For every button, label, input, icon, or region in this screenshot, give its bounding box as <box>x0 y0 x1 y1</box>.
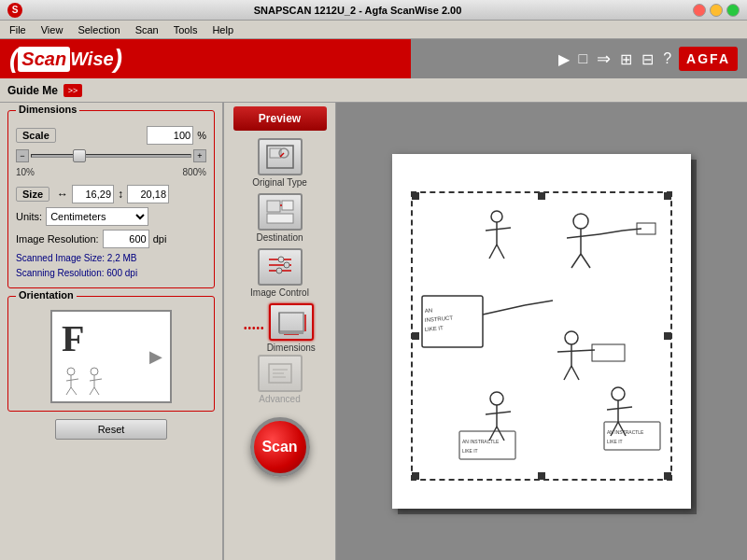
close-button[interactable] <box>693 4 706 17</box>
svg-line-53 <box>489 245 497 259</box>
scanned-size-info: Scanned Image Size: 2,2 MB <box>16 252 206 265</box>
scan-button[interactable]: Scan <box>250 417 310 477</box>
svg-line-57 <box>486 412 511 414</box>
minimize-button[interactable] <box>710 4 723 17</box>
dpi-label: dpi <box>153 233 167 245</box>
scale-row: Scale % <box>16 126 206 145</box>
destination-label: Destination <box>256 232 303 243</box>
svg-line-42 <box>623 229 641 231</box>
orientation-sketch <box>62 364 113 397</box>
svg-rect-27 <box>279 313 303 331</box>
left-panel: Dimensions Scale % − <box>0 103 224 560</box>
destination-icon-box <box>258 193 303 231</box>
height-arrow-icon: ↕ <box>118 188 123 201</box>
svg-line-39 <box>571 254 581 268</box>
logo-wise: Wise <box>70 49 114 70</box>
main-content: Dimensions Scale % − <box>0 103 747 560</box>
nav-advanced[interactable]: Advanced <box>228 355 331 404</box>
reset-button[interactable]: Reset <box>55 419 167 440</box>
scan-region[interactable]: AN INSTRUCT LIKE IT <box>411 191 672 481</box>
menu-view[interactable]: View <box>35 22 69 37</box>
svg-point-23 <box>276 268 282 273</box>
width-input[interactable] <box>72 185 114 203</box>
svg-line-38 <box>567 234 599 238</box>
menu-file[interactable]: File <box>4 22 32 37</box>
units-row: Units: Centimeters Inches Pixels <box>16 207 206 226</box>
orientation-letter: F <box>62 316 149 360</box>
svg-line-74 <box>564 366 571 380</box>
rect-icon[interactable]: □ <box>577 49 590 69</box>
logo-close-bracket: ) <box>114 44 122 74</box>
nav-original-type[interactable]: Original Type <box>228 138 331 188</box>
svg-line-8 <box>90 387 94 395</box>
svg-rect-14 <box>267 201 280 212</box>
scale-max: 800% <box>182 167 206 177</box>
guide-bar: Guide Me >> <box>0 78 747 103</box>
dimensions-group: Dimensions Scale % − <box>7 110 215 288</box>
nav-destination[interactable]: Destination <box>228 193 331 243</box>
help-icon[interactable]: ? <box>661 49 673 69</box>
svg-point-55 <box>490 392 503 405</box>
orientation-right-arrow-icon: ▶ <box>149 346 166 367</box>
middle-panel: Preview Original Type <box>224 103 336 560</box>
svg-text:AN INSTRACTLE: AN INSTRACTLE <box>462 439 500 444</box>
scale-min: 10% <box>16 167 35 177</box>
svg-text:LIKE IT: LIKE IT <box>607 439 623 444</box>
svg-point-71 <box>565 331 578 344</box>
scale-input[interactable] <box>147 126 193 145</box>
maximize-button[interactable] <box>726 4 740 17</box>
units-label: Units: <box>16 211 42 222</box>
resolution-input[interactable] <box>103 230 149 248</box>
dimensions-label: Dimensions <box>16 104 79 115</box>
svg-rect-65 <box>604 422 660 450</box>
zoom-out-icon[interactable]: ⊟ <box>640 49 655 70</box>
svg-line-7 <box>90 379 102 381</box>
preview-drawing: AN INSTRUCT LIKE IT <box>413 193 670 479</box>
svg-rect-17 <box>267 214 293 223</box>
svg-point-36 <box>573 214 588 229</box>
percent-label: % <box>197 130 206 141</box>
pointer-icon[interactable]: ▶ <box>557 49 571 70</box>
height-input[interactable] <box>127 185 169 203</box>
svg-line-54 <box>497 245 504 259</box>
slider-track <box>31 154 191 158</box>
width-arrow-icon: ↔ <box>57 188 68 201</box>
nav-image-control[interactable]: Image Control <box>228 248 331 298</box>
svg-text:AN INSTRACTLE: AN INSTRACTLE <box>607 429 644 435</box>
svg-point-21 <box>278 257 284 262</box>
svg-line-3 <box>66 387 71 395</box>
logo-bar: ( Scan Wise ) ▶ □ ⇒ ⊞ ⊟ ? AGFA <box>0 39 747 78</box>
toolbar: ▶ □ ⇒ ⊞ ⊟ ? AGFA <box>557 47 738 71</box>
arrow-icon[interactable]: ⇒ <box>595 47 613 71</box>
guide-arrow[interactable]: >> <box>63 84 82 97</box>
svg-line-49 <box>525 301 553 305</box>
zoom-in-icon[interactable]: ⊞ <box>618 49 634 70</box>
preview-area: AN INSTRUCT LIKE IT <box>392 154 691 509</box>
units-select[interactable]: Centimeters Inches Pixels <box>46 207 148 226</box>
preview-button[interactable]: Preview <box>233 106 327 131</box>
menu-help[interactable]: Help <box>206 22 239 37</box>
original-type-label: Original Type <box>252 177 307 188</box>
slider-plus-btn[interactable]: + <box>193 149 206 162</box>
svg-rect-68 <box>459 431 515 459</box>
app-icon: S <box>7 3 22 18</box>
original-type-icon <box>265 144 295 170</box>
size-row: Size ↔ ↕ <box>16 185 206 203</box>
slider-knob[interactable] <box>73 149 86 162</box>
scale-label: Scale <box>16 128 56 143</box>
destination-icon <box>265 199 295 225</box>
nav-dimensions[interactable]: Dimensions <box>267 303 316 353</box>
menu-tools[interactable]: Tools <box>168 22 204 37</box>
svg-text:LIKE IT: LIKE IT <box>462 448 478 454</box>
menu-bar: File View Selection Scan Tools Help <box>0 21 747 39</box>
slider-minus-btn[interactable]: − <box>16 149 29 162</box>
title-text: SNAPSCAN 1212U_2 - Agfa ScanWise 2.00 <box>254 5 462 16</box>
menu-selection[interactable]: Selection <box>72 22 125 37</box>
agfa-logo: AGFA <box>679 47 738 71</box>
menu-scan[interactable]: Scan <box>130 22 164 37</box>
svg-text:INSTRUCT: INSTRUCT <box>425 315 454 323</box>
title-bar: S SNAPSCAN 1212U_2 - Agfa ScanWise 2.00 <box>0 0 747 21</box>
orientation-group: Orientation F <box>7 296 215 412</box>
svg-line-2 <box>66 379 78 381</box>
svg-line-62 <box>607 407 632 410</box>
